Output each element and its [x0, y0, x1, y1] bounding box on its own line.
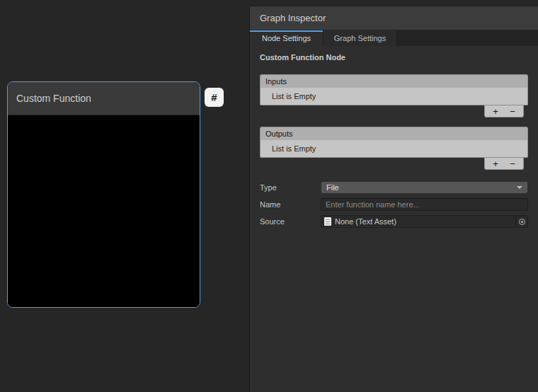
- outputs-list-footer-bar: + −: [484, 158, 524, 170]
- tab-graph-settings-label: Graph Settings: [334, 34, 386, 42]
- inputs-list-title: Inputs: [265, 77, 287, 86]
- inputs-empty-row: List is Empty: [260, 88, 528, 105]
- hash-badge-glyph: #: [211, 91, 217, 103]
- tab-graph-settings[interactable]: Graph Settings: [324, 30, 397, 46]
- source-object-value: None (Text Asset): [335, 217, 396, 226]
- object-picker-icon: [519, 219, 525, 225]
- name-row: Name: [260, 198, 528, 211]
- type-dropdown[interactable]: File: [321, 181, 528, 194]
- source-object-field[interactable]: None (Text Asset): [321, 215, 528, 228]
- type-label: Type: [260, 183, 321, 192]
- inputs-empty-text: List is Empty: [272, 92, 316, 100]
- section-title: Custom Function Node: [260, 53, 528, 62]
- custom-function-node[interactable]: Custom Function: [7, 81, 200, 308]
- text-asset-icon: [324, 217, 331, 226]
- object-picker-button[interactable]: [515, 216, 527, 227]
- type-dropdown-value: File: [326, 183, 339, 192]
- graph-inspector-panel: Graph Inspector Node Settings Graph Sett…: [249, 6, 538, 392]
- node-preview-body: [8, 115, 200, 307]
- name-label: Name: [260, 200, 321, 209]
- outputs-list-header[interactable]: Outputs: [260, 127, 528, 140]
- outputs-empty-text: List is Empty: [272, 144, 316, 153]
- source-label: Source: [260, 217, 321, 226]
- inputs-add-button[interactable]: +: [487, 106, 504, 117]
- hash-badge-icon[interactable]: #: [205, 88, 224, 107]
- inspector-title: Graph Inspector: [260, 13, 326, 23]
- outputs-list-footer: + −: [260, 158, 528, 170]
- node-title: Custom Function: [16, 93, 91, 104]
- inspector-tab-bar: Node Settings Graph Settings: [250, 30, 538, 46]
- type-row: Type File: [260, 181, 528, 194]
- inputs-list: Inputs List is Empty + −: [260, 74, 528, 117]
- outputs-add-button[interactable]: +: [487, 158, 504, 169]
- inputs-remove-button[interactable]: −: [504, 106, 521, 117]
- outputs-empty-row: List is Empty: [260, 140, 528, 158]
- dropdown-arrow-icon: [517, 186, 522, 189]
- tab-node-settings-label: Node Settings: [262, 34, 311, 42]
- source-row: Source None (Text Asset): [260, 215, 528, 228]
- node-settings-fields: Type File Name Source None (Text Asset): [260, 181, 528, 228]
- graph-canvas[interactable]: Custom Function # Graph Inspector Node S…: [0, 0, 538, 392]
- function-name-input[interactable]: [321, 198, 528, 211]
- outputs-list-title: Outputs: [265, 129, 293, 138]
- outputs-list: Outputs List is Empty + −: [260, 127, 528, 170]
- inputs-list-header[interactable]: Inputs: [260, 74, 528, 88]
- outputs-remove-button[interactable]: −: [504, 158, 521, 169]
- inspector-content: Custom Function Node Inputs List is Empt…: [250, 46, 538, 228]
- tab-node-settings[interactable]: Node Settings: [250, 30, 324, 46]
- inputs-list-footer: + −: [260, 105, 528, 117]
- node-header[interactable]: Custom Function: [8, 82, 200, 115]
- inputs-list-footer-bar: + −: [484, 105, 524, 117]
- inspector-header[interactable]: Graph Inspector: [250, 6, 538, 30]
